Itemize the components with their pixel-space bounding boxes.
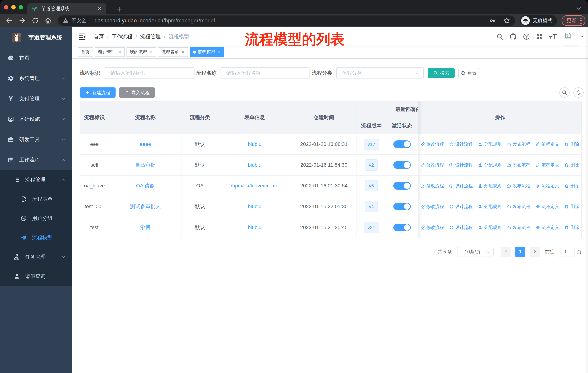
browser-tab[interactable]: 芋道管理系统 [27, 3, 106, 14]
security-label[interactable]: 不安全 [72, 17, 86, 24]
action-assign-rule[interactable]: 分配规则 [478, 204, 502, 210]
action-delete[interactable]: 删除 [564, 204, 579, 210]
tag-close-icon[interactable]: ✕ [118, 50, 121, 54]
tag-my-process[interactable]: 我的流程✕ [126, 47, 156, 57]
filter-name-input[interactable] [226, 70, 304, 76]
page-number-1[interactable]: 1 [515, 247, 525, 257]
form-link[interactable]: biubiu [248, 204, 262, 210]
sidebar-item-user-group[interactable]: 用户分组 [0, 209, 72, 228]
tag-close-icon[interactable]: ✕ [150, 50, 153, 54]
browser-menu-icon[interactable] [580, 18, 582, 24]
update-button[interactable]: 更新 [562, 15, 586, 26]
action-publish-process[interactable]: 发布流程 [507, 225, 530, 230]
action-process-definition[interactable]: 流程定义 [536, 225, 559, 230]
action-delete[interactable]: 删除 [564, 225, 579, 230]
action-assign-rule[interactable]: 分配规则 [478, 141, 502, 147]
action-delete[interactable]: 删除 [564, 162, 579, 168]
form-link[interactable]: biubiu [248, 141, 262, 147]
action-edit-process[interactable]: 修改流程 [420, 225, 444, 230]
tab-close-icon[interactable] [97, 6, 102, 11]
action-design-process[interactable]: 设计流程 [449, 141, 473, 147]
font-size-icon[interactable] [549, 33, 557, 40]
active-toggle[interactable] [393, 224, 411, 231]
breadcrumb-workflow[interactable]: 工作流程 [112, 33, 132, 40]
tag-process-form[interactable]: 流程表单✕ [158, 47, 188, 57]
prev-page-button[interactable] [501, 247, 511, 257]
sidebar-item-workflow[interactable]: 工作流程 [0, 150, 72, 170]
create-process-button[interactable]: 新建流程 [80, 87, 116, 98]
active-toggle[interactable] [393, 182, 411, 190]
toggle-search-button[interactable] [559, 87, 570, 98]
action-assign-rule[interactable]: 分配规则 [478, 183, 502, 189]
sidebar-item-payment[interactable]: ¥ 支付管理 [0, 89, 72, 109]
sidebar-item-process-model[interactable]: 流程模型 [0, 228, 72, 247]
action-assign-rule[interactable]: 分配规则 [478, 162, 502, 168]
import-process-button[interactable]: 导入流程 [119, 87, 155, 98]
back-icon[interactable] [5, 17, 13, 25]
reset-button[interactable]: 重置 [458, 68, 479, 78]
action-design-process[interactable]: 设计流程 [449, 225, 473, 230]
sidebar-logo[interactable]: 芋道管理系统 [0, 27, 72, 48]
avatar[interactable] [563, 30, 578, 46]
url-bar[interactable]: 不安全 dashboard.yudao.iocoder.cn/bpm/manag… [58, 15, 515, 26]
bookmark-star-icon[interactable] [503, 17, 511, 24]
search-icon[interactable] [496, 33, 504, 40]
action-edit-process[interactable]: 修改流程 [420, 162, 444, 168]
tag-close-icon[interactable]: ✕ [181, 50, 185, 54]
form-link[interactable]: biubiu [248, 225, 262, 230]
tag-process-model[interactable]: 流程模型✕ [190, 47, 224, 57]
process-name-link[interactable]: OA 请假 [136, 182, 155, 189]
page-jump-input[interactable] [557, 247, 574, 256]
action-process-definition[interactable]: 流程定义 [536, 204, 559, 210]
action-publish-process[interactable]: 发布流程 [507, 141, 530, 147]
tag-tenant[interactable]: 租户管理✕ [95, 47, 125, 57]
sidebar-item-process-form[interactable]: 流程表单 [0, 189, 72, 209]
process-name-link[interactable]: 滔博 [140, 224, 151, 231]
caret-down-icon[interactable] [580, 34, 585, 39]
form-link[interactable]: /bpm/oa/leave/create [231, 183, 279, 189]
refresh-table-button[interactable] [573, 87, 584, 98]
filter-key-input[interactable] [110, 70, 189, 76]
sidebar-item-home[interactable]: 首页 [0, 48, 72, 68]
action-process-definition[interactable]: 流程定义 [536, 183, 559, 189]
active-toggle[interactable] [393, 161, 411, 169]
breadcrumb-home[interactable]: 首页 [94, 33, 104, 40]
filter-category-select[interactable]: 流程分类 [336, 67, 424, 79]
active-toggle[interactable] [393, 141, 411, 148]
github-icon[interactable] [509, 33, 517, 40]
fullscreen-icon[interactable] [536, 33, 543, 40]
hamburger-icon[interactable] [79, 33, 86, 40]
minimize-window-button[interactable] [11, 5, 16, 10]
action-edit-process[interactable]: 修改流程 [420, 204, 444, 210]
action-process-definition[interactable]: 流程定义 [536, 162, 559, 168]
action-edit-process[interactable]: 修改流程 [420, 141, 444, 147]
sidebar-item-task-mgmt[interactable]: 任务管理 [0, 247, 72, 267]
search-button[interactable]: 搜索 [428, 68, 455, 78]
tag-close-icon[interactable]: ✕ [218, 50, 221, 54]
home-icon[interactable] [44, 17, 52, 25]
sidebar-item-process-mgmt[interactable]: 流程管理 [0, 170, 72, 189]
sidebar-item-system[interactable]: 系统管理 [0, 68, 72, 89]
next-page-button[interactable] [530, 247, 540, 257]
tab-search-chevron-icon[interactable] [576, 5, 582, 12]
action-assign-rule[interactable]: 分配规则 [478, 225, 502, 230]
breadcrumb-process-mgmt[interactable]: 流程管理 [140, 33, 161, 40]
sidebar-item-leave-query[interactable]: 请假查询 [0, 267, 72, 286]
sidebar-item-devtools[interactable]: 研发工具 [0, 129, 72, 150]
active-toggle[interactable] [393, 203, 411, 210]
process-name-link[interactable]: 自己审批 [135, 161, 156, 169]
page-size-select[interactable]: 10条/页 [457, 247, 494, 256]
tag-home[interactable]: 首页 [78, 47, 93, 57]
action-publish-process[interactable]: 发布流程 [507, 183, 530, 189]
zoom-window-button[interactable] [19, 5, 23, 10]
action-edit-process[interactable]: 修改流程 [420, 183, 444, 189]
process-name-link[interactable]: 测试多审批人 [130, 203, 161, 210]
reload-icon[interactable] [31, 17, 39, 24]
action-design-process[interactable]: 设计流程 [449, 162, 473, 168]
help-icon[interactable] [523, 33, 530, 40]
close-window-button[interactable] [4, 5, 8, 10]
forward-icon[interactable] [18, 17, 26, 25]
action-delete[interactable]: 删除 [564, 141, 579, 147]
action-design-process[interactable]: 设计流程 [449, 183, 473, 189]
form-link[interactable]: biubiu [248, 162, 262, 168]
